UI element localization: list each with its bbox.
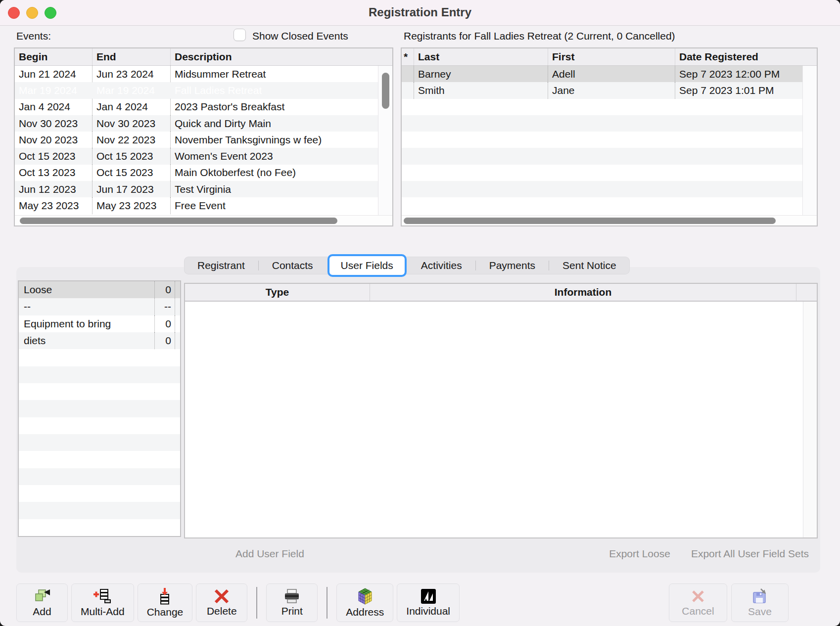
field-set-count: 0 (154, 315, 175, 332)
empty-row (402, 148, 802, 164)
tab-activities[interactable]: Activities (408, 257, 475, 274)
cell-date-registered: Sep 7 2023 1:01 PM (675, 82, 802, 98)
cell-description: Quick and Dirty Main (171, 115, 378, 132)
print-button-label: Print (281, 605, 303, 617)
print-icon (283, 589, 300, 604)
cell-begin: Oct 13 2023 (15, 165, 93, 181)
save-button[interactable]: Save (731, 583, 789, 622)
registrants-vertical-scrollbar (802, 66, 817, 215)
event-row[interactable]: May 23 2023 May 23 2023 Free Event (15, 197, 378, 214)
column-header-type[interactable]: Type (185, 284, 370, 301)
tab-registrant[interactable]: Registrant (184, 257, 258, 274)
column-header-description[interactable]: Description (171, 48, 392, 65)
field-set-name: -- (19, 301, 154, 313)
column-header-first[interactable]: First (548, 48, 675, 65)
delete-button-label: Delete (207, 605, 237, 617)
field-set-row[interactable]: -- -- (19, 298, 180, 315)
rubiks-cube-icon (357, 588, 373, 605)
empty-row (19, 400, 180, 417)
individual-button[interactable]: Individual (397, 583, 460, 622)
show-closed-events-checkbox[interactable] (233, 29, 246, 41)
field-set-row[interactable]: Equipment to bring 0 (19, 315, 180, 332)
event-row[interactable]: Jun 21 2024 Jun 23 2024 Midsummer Retrea… (15, 66, 378, 82)
registrants-table-header: * Last First Date Registered (402, 48, 817, 66)
events-vertical-scrollbar-thumb[interactable] (382, 73, 389, 109)
registrants-horizontal-scrollbar (402, 215, 817, 225)
cell-end: Nov 30 2023 (93, 115, 171, 132)
column-header-last[interactable]: Last (414, 48, 548, 65)
events-horizontal-scrollbar-thumb[interactable] (20, 218, 337, 224)
registrants-table: * Last First Date Registered Barney Adel… (401, 47, 818, 226)
toolbar-divider (327, 587, 327, 619)
cell-last: Barney (414, 66, 548, 82)
empty-row (19, 349, 180, 366)
cell-description: Main Oktoberfest (no Fee) (171, 165, 378, 181)
cell-star (402, 82, 414, 98)
event-row[interactable]: Jan 4 2024 Jan 4 2024 2023 Pastor's Brea… (15, 99, 378, 115)
tab-payments[interactable]: Payments (476, 257, 549, 274)
event-row[interactable]: Jun 12 2023 Jun 17 2023 Test Virginia (15, 181, 378, 197)
add-user-field-button[interactable]: Add User Field (235, 548, 304, 560)
event-row[interactable]: Oct 15 2023 Oct 15 2023 Women's Event 20… (15, 148, 378, 164)
print-button[interactable]: Print (266, 583, 318, 622)
empty-row (402, 115, 802, 132)
delete-button[interactable]: Delete (196, 583, 247, 622)
delete-icon (214, 589, 229, 604)
registrant-row[interactable]: Smith Jane Sep 7 2023 1:01 PM (402, 82, 802, 98)
column-header-end[interactable]: End (93, 48, 171, 65)
cell-date-registered: Sep 7 2023 12:00 PM (675, 66, 802, 82)
event-row[interactable]: Nov 20 2023 Nov 22 2023 November Tanksgi… (15, 132, 378, 148)
cancel-button[interactable]: Cancel (669, 583, 727, 622)
user-fields-table-body[interactable] (185, 302, 803, 537)
multi-add-icon (93, 588, 111, 604)
column-header-date-registered[interactable]: Date Registered (675, 48, 817, 65)
field-set-name: Equipment to bring (19, 318, 154, 330)
multi-add-button[interactable]: Multi-Add (71, 583, 134, 622)
change-button[interactable]: Change (138, 583, 193, 622)
cell-begin: Oct 15 2023 (15, 148, 93, 164)
export-all-user-field-sets-button[interactable]: Export All User Field Sets (691, 548, 809, 560)
export-loose-button[interactable]: Export Loose (609, 548, 670, 560)
empty-row (402, 197, 802, 214)
column-header-star[interactable]: * (402, 48, 414, 65)
cell-end: Jun 23 2024 (93, 66, 171, 82)
cell-description: 2023 Pastor's Breakfast (171, 99, 378, 115)
event-row-selected[interactable]: Mar 19 2024 Mar 19 2024 Fall Ladies Retr… (15, 82, 378, 98)
tab-user-fields[interactable]: User Fields (327, 254, 407, 277)
cell-end: Jun 17 2023 (93, 181, 171, 197)
user-fields-table-header: Type Information (185, 284, 817, 302)
empty-row (402, 99, 802, 115)
cell-end: Mar 19 2024 (93, 82, 171, 98)
column-header-information[interactable]: Information (370, 284, 796, 301)
tab-contacts[interactable]: Contacts (259, 257, 327, 274)
address-button[interactable]: Address (336, 583, 393, 622)
individual-button-label: Individual (406, 605, 450, 617)
registrants-horizontal-scrollbar-thumb[interactable] (404, 218, 776, 224)
save-button-label: Save (748, 606, 772, 618)
toolbar-divider (256, 587, 257, 619)
window-title: Registration Entry (0, 5, 840, 19)
tab-bar: Registrant Contacts User Fields Activiti… (184, 257, 630, 274)
field-set-count: 0 (154, 332, 175, 349)
cell-end: Jan 4 2024 (93, 99, 171, 115)
individual-icon (421, 589, 436, 604)
tab-sent-notice[interactable]: Sent Notice (549, 257, 630, 274)
cell-begin: Jun 21 2024 (15, 66, 93, 82)
add-button[interactable]: Add (16, 583, 68, 622)
cell-begin: Nov 20 2023 (15, 132, 93, 148)
registrants-title: Registrants for Fall Ladies Retreat (2 C… (404, 30, 675, 42)
cell-end: Oct 15 2023 (93, 148, 171, 164)
empty-row (19, 366, 180, 383)
event-row[interactable]: Nov 30 2023 Nov 30 2023 Quick and Dirty … (15, 115, 378, 132)
column-header-begin[interactable]: Begin (15, 48, 93, 65)
empty-row (19, 519, 180, 536)
change-icon (158, 588, 172, 605)
cancel-icon (691, 589, 705, 604)
field-set-row[interactable]: diets 0 (19, 332, 180, 349)
empty-row (19, 383, 180, 400)
registrant-row-selected[interactable]: Barney Adell Sep 7 2023 12:00 PM (402, 66, 802, 82)
event-row[interactable]: Oct 13 2023 Oct 15 2023 Main Oktoberfest… (15, 165, 378, 181)
change-button-label: Change (147, 606, 184, 618)
events-horizontal-scrollbar (15, 215, 392, 225)
field-set-row-selected[interactable]: Loose 0 (19, 281, 180, 298)
